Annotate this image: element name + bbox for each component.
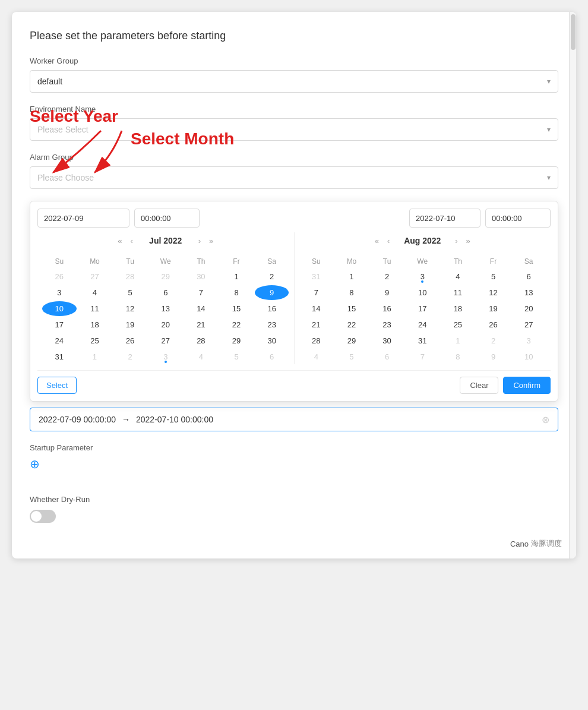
cal-day[interactable]: 25 <box>78 333 112 348</box>
cal-day[interactable]: 30 <box>255 333 289 348</box>
cal-day[interactable]: 4 <box>441 269 475 284</box>
cal-day[interactable]: 9 <box>370 285 404 300</box>
cal-day[interactable]: 31 <box>405 333 440 348</box>
cal-day[interactable]: 28 <box>184 333 219 348</box>
cal-day[interactable]: 22 <box>219 317 254 332</box>
cal-day[interactable]: 5 <box>476 269 511 284</box>
right-next-month-btn[interactable]: › <box>453 235 460 247</box>
cal-day[interactable]: 7 <box>299 285 334 300</box>
cal-day[interactable]: 19 <box>476 301 511 316</box>
cal-day[interactable]: 5 <box>334 349 369 364</box>
cal-day[interactable]: 4 <box>299 349 334 364</box>
cal-day[interactable]: 6 <box>511 269 546 284</box>
cal-day[interactable]: 5 <box>113 285 147 300</box>
cal-day[interactable]: 21 <box>184 317 219 332</box>
cal-day[interactable]: 12 <box>476 285 511 300</box>
environment-name-select[interactable]: Please Select ▾ <box>30 118 558 141</box>
cal-day-selected-9[interactable]: 9 <box>255 285 289 300</box>
left-time-input[interactable]: 00:00:00 <box>134 209 200 228</box>
cal-day[interactable]: 11 <box>78 301 112 316</box>
cal-day[interactable]: 2 <box>113 349 147 364</box>
cal-day[interactable]: 28 <box>113 269 147 284</box>
cal-day[interactable]: 26 <box>113 333 147 348</box>
cal-day[interactable]: 14 <box>299 301 334 316</box>
cal-day[interactable]: 2 <box>370 269 404 284</box>
cal-day-dot[interactable]: 3 <box>148 349 183 364</box>
cal-day[interactable]: 21 <box>299 317 334 332</box>
cal-day[interactable]: 20 <box>511 301 546 316</box>
cal-day[interactable]: 4 <box>78 285 112 300</box>
cal-day[interactable]: 11 <box>441 285 475 300</box>
cal-day-today[interactable]: 10 <box>42 301 77 316</box>
cal-day[interactable]: 20 <box>148 317 183 332</box>
cal-day[interactable]: 16 <box>370 301 404 316</box>
cal-day[interactable]: 6 <box>370 349 404 364</box>
cal-day[interactable]: 18 <box>78 317 112 332</box>
left-prev-month-btn[interactable]: ‹ <box>128 235 135 247</box>
right-next-year-btn[interactable]: » <box>464 235 473 247</box>
cal-day[interactable]: 24 <box>42 333 77 348</box>
cal-day[interactable]: 1 <box>334 269 369 284</box>
confirm-button[interactable]: Confirm <box>503 377 551 394</box>
cal-day[interactable]: 15 <box>219 301 254 316</box>
add-param-button[interactable]: ⊕ <box>30 457 40 471</box>
cal-day[interactable]: 10 <box>405 285 440 300</box>
cal-day-dot[interactable]: 3 <box>405 269 440 284</box>
cal-day[interactable]: 17 <box>405 301 440 316</box>
cal-day[interactable]: 3 <box>42 285 77 300</box>
cal-day[interactable]: 7 <box>184 285 219 300</box>
cal-day[interactable]: 13 <box>148 301 183 316</box>
cal-day[interactable]: 9 <box>476 349 511 364</box>
cal-day[interactable]: 2 <box>255 269 289 284</box>
cal-day[interactable]: 23 <box>370 317 404 332</box>
right-prev-month-btn[interactable]: ‹ <box>385 235 392 247</box>
cal-day[interactable]: 15 <box>334 301 369 316</box>
scrollbar[interactable] <box>569 12 576 558</box>
dry-run-toggle[interactable] <box>30 510 56 523</box>
cal-day[interactable]: 27 <box>78 269 112 284</box>
select-button[interactable]: Select <box>37 377 77 394</box>
alarm-group-select[interactable]: Please Choose ▾ <box>30 166 558 189</box>
cal-day[interactable]: 17 <box>42 317 77 332</box>
cal-day[interactable]: 31 <box>42 349 77 364</box>
cal-day[interactable]: 26 <box>42 269 77 284</box>
left-date-input[interactable]: 2022-07-09 <box>37 209 129 228</box>
cal-day[interactable]: 28 <box>299 333 334 348</box>
cal-day[interactable]: 8 <box>219 285 254 300</box>
cal-day[interactable]: 24 <box>405 317 440 332</box>
cal-day[interactable]: 10 <box>511 349 546 364</box>
cal-day[interactable]: 1 <box>441 333 475 348</box>
cal-day[interactable]: 16 <box>255 301 289 316</box>
cal-day[interactable]: 27 <box>148 333 183 348</box>
cal-day[interactable]: 6 <box>255 349 289 364</box>
cal-day[interactable]: 5 <box>219 349 254 364</box>
cal-day[interactable]: 25 <box>441 317 475 332</box>
cal-day[interactable]: 27 <box>511 317 546 332</box>
cal-day[interactable]: 23 <box>255 317 289 332</box>
cal-day[interactable]: 7 <box>405 349 440 364</box>
cal-day[interactable]: 13 <box>511 285 546 300</box>
cal-day[interactable]: 29 <box>219 333 254 348</box>
cal-day[interactable]: 1 <box>219 269 254 284</box>
cal-day[interactable]: 8 <box>441 349 475 364</box>
cal-day[interactable]: 30 <box>184 269 219 284</box>
cal-day[interactable]: 30 <box>370 333 404 348</box>
left-next-month-btn[interactable]: › <box>196 235 203 247</box>
cal-day[interactable]: 29 <box>334 333 369 348</box>
cal-day[interactable]: 18 <box>441 301 475 316</box>
cal-day[interactable]: 12 <box>113 301 147 316</box>
cal-day[interactable]: 6 <box>148 285 183 300</box>
right-prev-year-btn[interactable]: « <box>372 235 381 247</box>
right-time-input[interactable]: 00:00:00 <box>485 209 551 228</box>
cal-day[interactable]: 19 <box>113 317 147 332</box>
clear-button[interactable]: Clear <box>460 377 498 394</box>
cal-day[interactable]: 2 <box>476 333 511 348</box>
cal-day[interactable]: 29 <box>148 269 183 284</box>
right-date-input[interactable]: 2022-07-10 <box>409 209 480 228</box>
worker-group-select[interactable]: default ▾ <box>30 70 558 93</box>
range-close-icon[interactable]: ⊗ <box>542 414 549 425</box>
cal-day[interactable]: 3 <box>511 333 546 348</box>
cal-day[interactable]: 1 <box>78 349 112 364</box>
left-next-year-btn[interactable]: » <box>207 235 216 247</box>
cal-day[interactable]: 14 <box>184 301 219 316</box>
